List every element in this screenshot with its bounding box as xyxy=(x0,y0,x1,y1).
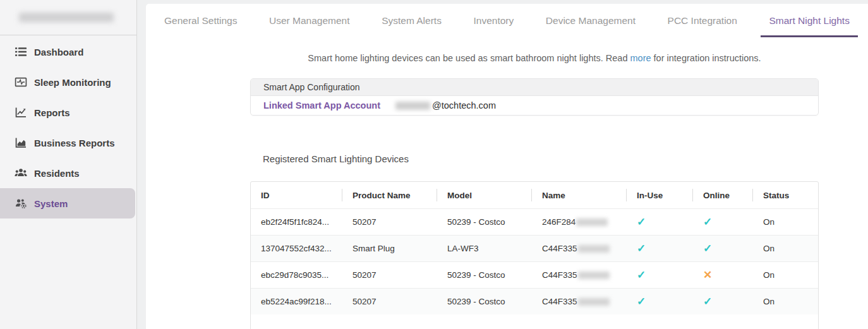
cell-status: On xyxy=(753,236,818,262)
account-email-user-redacted xyxy=(395,102,430,110)
column-header-id: ID xyxy=(251,182,342,209)
smart-app-configuration-box: Smart App Configuration Linked Smart App… xyxy=(250,78,819,116)
cell-model: 50239 - Costco xyxy=(437,262,532,289)
description-text: Smart home lighting devices can be used … xyxy=(250,53,819,63)
cell-model: 50239 - Costco xyxy=(437,209,532,236)
tab-user-management[interactable]: User Management xyxy=(268,4,351,38)
cell-in-use: ✓ xyxy=(627,236,693,262)
area-chart-icon xyxy=(15,136,27,149)
table-row: eb5224ac99f218... 50207 50239 - Costco C… xyxy=(251,289,818,315)
tab-inventory[interactable]: Inventory xyxy=(472,4,515,38)
in-use-status-icon: ✓ xyxy=(637,269,646,281)
list-icon xyxy=(15,45,27,58)
cell-model: LA-WF3 xyxy=(437,236,532,262)
cell-name: 246F284 xyxy=(532,209,627,236)
cell-product-name: 50207 xyxy=(342,289,437,315)
table-header-row: ID Product Name Model Name In-Use Online… xyxy=(251,182,818,209)
sidebar-item-label: Reports xyxy=(34,107,70,118)
column-header-status: Status xyxy=(753,182,818,209)
table-row: 137047552cf432... Smart Plug LA-WF3 C44F… xyxy=(251,236,818,262)
sidebar-item-label: System xyxy=(34,198,68,209)
linked-account-row: Linked Smart App Account @tochtech.com xyxy=(251,96,818,115)
cell-status: On xyxy=(753,289,818,315)
column-header-name: Name xyxy=(532,182,627,209)
cell-online: ✓ xyxy=(693,209,753,236)
users-gear-icon xyxy=(15,197,27,210)
content-panel: General Settings User Management System … xyxy=(146,4,868,329)
in-use-status-icon: ✓ xyxy=(637,216,646,228)
tab-bar: General Settings User Management System … xyxy=(146,4,868,38)
line-chart-icon xyxy=(15,106,27,119)
name-suffix-redacted xyxy=(576,218,608,226)
read-more-link[interactable]: more xyxy=(630,53,651,63)
cell-in-use: ✓ xyxy=(627,209,693,236)
description-after: for integration instructions. xyxy=(651,53,761,63)
devices-table: ID Product Name Model Name In-Use Online… xyxy=(250,181,819,329)
name-suffix-redacted xyxy=(578,272,610,279)
cell-name: C44F335 xyxy=(532,236,627,262)
cell-online: ✓ xyxy=(693,236,753,262)
sidebar-item-sleep-monitoring[interactable]: Sleep Monitoring xyxy=(0,67,136,97)
in-use-status-icon: ✓ xyxy=(637,242,646,254)
main-content: General Settings User Management System … xyxy=(137,0,868,329)
tab-general-settings[interactable]: General Settings xyxy=(163,4,238,38)
name-suffix-redacted xyxy=(578,298,610,306)
smart-night-lights-pane: Smart home lighting devices can be used … xyxy=(250,53,819,329)
tab-system-alerts[interactable]: System Alerts xyxy=(380,4,443,38)
brand-name-redacted xyxy=(19,13,114,22)
cell-in-use: ✓ xyxy=(627,262,693,289)
cell-model: 50239 - Costco xyxy=(437,289,532,315)
table-empty-space xyxy=(251,314,818,329)
online-status-icon: ✕ xyxy=(703,269,712,281)
cell-product-name: 50207 xyxy=(342,262,437,289)
cell-id: eb2f24f5f1fc824... xyxy=(251,209,342,236)
column-header-model: Model xyxy=(437,182,532,209)
cell-status: On xyxy=(753,262,818,289)
cell-name: C44F335 xyxy=(532,262,627,289)
brand-area xyxy=(0,0,136,35)
name-suffix-redacted xyxy=(578,245,610,253)
account-email-domain: @tochtech.com xyxy=(432,100,496,111)
sidebar-item-label: Business Reports xyxy=(34,138,115,148)
online-status-icon: ✓ xyxy=(703,242,712,254)
online-status-icon: ✓ xyxy=(703,216,712,228)
cell-product-name: Smart Plug xyxy=(342,236,437,262)
sidebar-nav: Dashboard Sleep Monitoring Reports Busin… xyxy=(0,35,136,218)
sidebar-item-business-reports[interactable]: Business Reports xyxy=(0,128,136,158)
sidebar-item-residents[interactable]: Residents xyxy=(0,158,136,188)
sidebar-item-system[interactable]: System xyxy=(0,188,135,218)
sidebar-item-label: Residents xyxy=(34,168,80,179)
devices-table-heading: Registered Smart Lighting Devices xyxy=(263,153,819,164)
tab-device-management[interactable]: Device Management xyxy=(545,4,637,38)
online-status-icon: ✓ xyxy=(703,296,712,308)
in-use-status-icon: ✓ xyxy=(637,296,646,308)
column-header-online: Online xyxy=(693,182,753,209)
sidebar: Dashboard Sleep Monitoring Reports Busin… xyxy=(0,0,137,329)
sleep-chart-icon xyxy=(15,76,27,88)
cell-online: ✓ xyxy=(693,289,753,315)
sidebar-item-reports[interactable]: Reports xyxy=(0,97,136,128)
cell-id: 137047552cf432... xyxy=(251,236,342,262)
tab-smart-night-lights[interactable]: Smart Night Lights xyxy=(768,4,851,38)
description-before: Smart home lighting devices can be used … xyxy=(308,53,630,63)
cell-online: ✕ xyxy=(693,262,753,289)
cell-status: On xyxy=(753,209,818,236)
column-header-in-use: In-Use xyxy=(627,182,693,209)
sidebar-item-dashboard[interactable]: Dashboard xyxy=(0,37,136,67)
cell-id: ebc29d78c9035... xyxy=(251,262,342,289)
name-prefix: C44F335 xyxy=(542,244,577,253)
cell-name: C44F335 xyxy=(532,289,627,315)
cell-in-use: ✓ xyxy=(627,289,693,315)
name-prefix: C44F335 xyxy=(542,297,577,306)
linked-smart-app-account-link[interactable]: Linked Smart App Account xyxy=(263,100,380,111)
app-window: Dashboard Sleep Monitoring Reports Busin… xyxy=(0,0,868,329)
table-row: ebc29d78c9035... 50207 50239 - Costco C4… xyxy=(251,262,818,289)
tab-pcc-integration[interactable]: PCC Integration xyxy=(666,4,738,38)
sidebar-item-label: Dashboard xyxy=(34,47,83,57)
table-row: eb2f24f5f1fc824... 50207 50239 - Costco … xyxy=(251,209,818,236)
name-prefix: C44F335 xyxy=(542,270,577,280)
sidebar-item-label: Sleep Monitoring xyxy=(34,77,111,88)
cell-product-name: 50207 xyxy=(342,209,437,236)
users-icon xyxy=(15,167,27,179)
name-prefix: 246F284 xyxy=(542,217,576,227)
